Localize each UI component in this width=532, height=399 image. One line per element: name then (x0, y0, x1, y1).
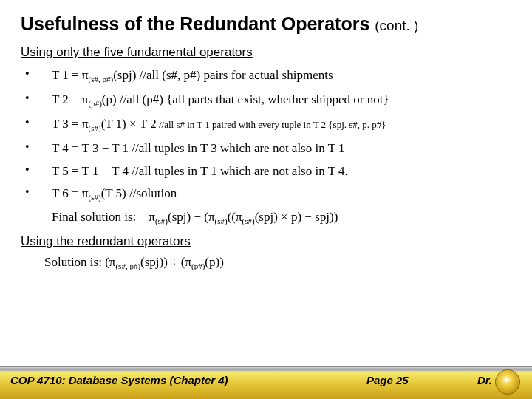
pi-icon: π (236, 210, 242, 224)
t6-sub: (s#) (89, 193, 101, 202)
slide-footer: COP 4710: Database Systems (Chapter 4) P… (0, 366, 532, 399)
pi-icon: π (82, 186, 89, 200)
sol-mid: (spj)) ÷ ( (140, 255, 185, 269)
redundant-solution-line: Solution is: (π(s#, p#)(spj)) ÷ (π(p#)(p… (44, 255, 511, 270)
t3-lhs: T 3 = (52, 117, 82, 131)
section-2-heading: Using the redundant operators (21, 234, 511, 249)
section-1-heading: Using only the five fundamental operator… (21, 45, 511, 60)
item-t2: • T 2 = π(p#)(p) //all (p#) {all parts t… (25, 92, 511, 109)
title-main: Usefulness of the Redundant Operators (21, 13, 369, 34)
sol-sub2: (p#) (191, 262, 205, 271)
t3-sub: (s#) (89, 124, 101, 133)
sol-end: (p)) (205, 255, 223, 269)
t6-arg: (T 5) (101, 186, 126, 200)
item-t4: • T 4 = T 3 − T 1 //all tuples in T 3 wh… (25, 140, 511, 156)
slide-body: Usefulness of the Redundant Operators (c… (0, 0, 532, 399)
slide-title: Usefulness of the Redundant Operators (c… (21, 13, 511, 35)
sol-sub1: (s#, p#) (115, 262, 140, 271)
t2-lhs: T 2 = (52, 92, 82, 106)
final-sub2: (s#) (215, 216, 228, 225)
bullet-icon: • (25, 92, 52, 105)
final-solution-line: Final solution is: π(s#)(spj) − (π(s#)((… (52, 210, 511, 225)
footer-page: Page 25 (366, 374, 477, 386)
final-p2: (( (228, 210, 236, 224)
t6-comment: //solution (126, 186, 177, 200)
footer-course: COP 4710: Database Systems (Chapter 4) (10, 374, 366, 386)
pi-icon: π (82, 92, 89, 106)
item-t3: • T 3 = π(s#)(T 1) × T 2 //all s# in T 1… (25, 116, 511, 134)
operator-list: • T 1 = π(s#, p#)(spj) //all (s#, p#) pa… (25, 67, 511, 203)
item-t1: • T 1 = π(s#, p#)(spj) //all (s#, p#) pa… (25, 67, 511, 85)
t3-comment: //all s# in T 1 paired with every tuple … (157, 119, 386, 130)
pi-icon: π (185, 255, 191, 269)
bullet-icon: • (25, 163, 52, 177)
t2-arg: (p) (102, 92, 117, 106)
final-sub3: (s#) (242, 216, 255, 225)
pi-icon: π (208, 210, 215, 224)
sol-label: Solution is: ( (44, 255, 109, 269)
ucf-logo-icon (495, 369, 520, 395)
t2-sub: (p#) (89, 100, 102, 109)
t6-lhs: T 6 = (52, 186, 82, 200)
t1-lhs: T 1 = (52, 68, 82, 82)
t4-text: T 4 = T 3 − T 1 //all tuples in T 3 whic… (52, 140, 344, 156)
footer-bar: COP 4710: Database Systems (Chapter 4) P… (0, 372, 532, 399)
t2-comment: //all (p#) {all parts that exist, whethe… (117, 92, 389, 106)
t1-comment: //all (s#, p#) pairs for actual shipment… (136, 68, 332, 82)
title-cont: (cont. ) (375, 18, 418, 33)
pi-icon: π (149, 210, 155, 224)
bullet-icon: • (25, 185, 52, 199)
final-label: Final solution is: (52, 210, 136, 224)
pi-icon: π (82, 68, 89, 82)
t3-arg: (T 1) × T 2 (101, 117, 157, 131)
footer-band (0, 366, 532, 372)
bullet-icon: • (25, 116, 52, 129)
bullet-icon: • (25, 140, 52, 154)
final-sub1: (s#) (155, 216, 168, 225)
t1-sub: (s#, p#) (89, 75, 114, 83)
t5-text: T 5 = T 1 − T 4 //all tuples in T 1 whic… (52, 163, 348, 179)
t1-arg: (spj) (113, 68, 136, 82)
final-p1: (spj) − ( (168, 210, 208, 224)
bullet-icon: • (25, 67, 52, 81)
pi-icon: π (82, 117, 89, 131)
item-t5: • T 5 = T 1 − T 4 //all tuples in T 1 wh… (25, 163, 511, 179)
final-p3: (spj) × p) − spj)) (255, 210, 338, 224)
item-t6: • T 6 = π(s#)(T 5) //solution (25, 185, 511, 203)
